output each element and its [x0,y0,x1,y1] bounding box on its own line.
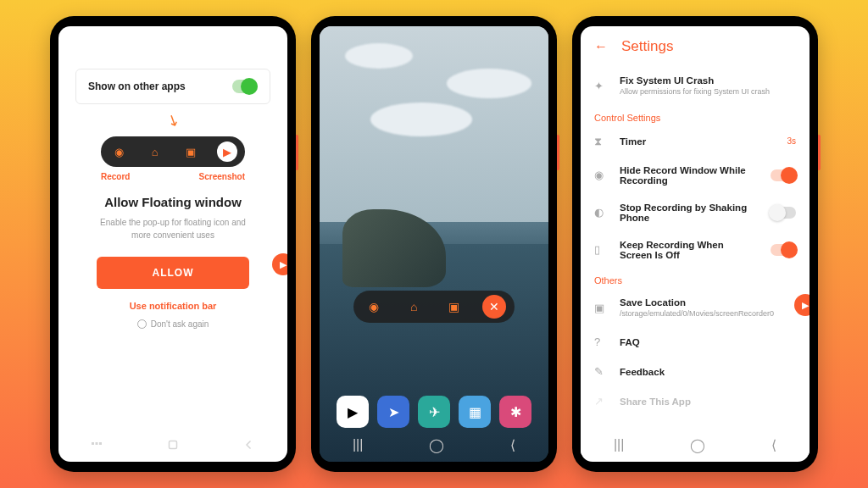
row-shake-stop[interactable]: ◐ Stop Recording by Shaking Phone [581,194,810,231]
faq-label: FAQ [620,337,796,347]
row-fix-crash[interactable]: ✦ Fix System UI Crash Allow permissions … [581,67,810,106]
settings-header: ← Settings [581,26,810,67]
pill-labels: Record Screenshot [101,172,245,181]
label-screenshot: Screenshot [199,172,245,181]
folder-icon: ▣ [594,302,608,314]
nav-home-icon[interactable] [165,437,181,452]
shake-stop-toggle[interactable] [771,207,796,219]
nav-bar [58,435,287,455]
section-control: Control Settings [581,106,810,126]
home-icon[interactable]: ⌂ [402,295,426,319]
help-icon: ? [594,336,608,348]
app-play-store[interactable]: ▶ [337,396,369,428]
page-title: Settings [621,38,673,55]
screen-1: Show on other apps ↘ ◉ ⌂ ▣ ▶ Record Scre… [58,26,287,462]
floating-recorder-bar[interactable]: ◉ ⌂ ▣ ✕ [353,291,515,323]
phone-icon: ▯ [594,243,608,256]
section-others: Others [581,269,810,289]
use-notification-link[interactable]: Use notification bar [58,301,287,311]
nav-bar: ||| ◯ ⟨ [581,435,810,455]
app-send-blue[interactable]: ➤ [377,396,409,428]
keep-recording-toggle[interactable] [771,244,796,256]
app-dock: ▶ ➤ ✈ ▦ ✱ [320,396,548,428]
hide-window-label: Hide Record Window While Recording [620,165,759,186]
nav-back-icon[interactable] [242,437,257,452]
hide-window-toggle[interactable] [771,169,796,181]
wallpaper-sky [320,26,548,222]
row-timer[interactable]: ⧗ Timer 3s [581,126,810,157]
close-icon[interactable]: ✕ [482,295,506,319]
overlay-toggle[interactable] [232,80,258,93]
app-asterisk[interactable]: ✱ [499,396,531,428]
nav-recents-icon[interactable]: ||| [614,437,624,452]
radio-icon[interactable] [137,319,147,329]
timer-icon: ⧗ [594,135,608,148]
fix-crash-title: Fix System UI Crash [620,75,796,86]
share-label: Share This App [620,396,796,407]
row-feedback[interactable]: ✎ Feedback [581,357,810,386]
nav-back-icon[interactable]: ⟨ [771,437,776,453]
svg-rect-0 [170,441,177,449]
app-send-teal[interactable]: ✈ [418,396,450,428]
dont-ask-again[interactable]: Don't ask again [58,319,287,329]
nav-home-icon[interactable]: ◯ [690,437,705,453]
screen-2: ◉ ⌂ ▣ ✕ ▶ ➤ ✈ ▦ ✱ ||| ◯ ⟨ [320,26,548,462]
row-faq[interactable]: ? FAQ [581,327,810,357]
camera-icon[interactable]: ▣ [442,295,466,319]
record-icon[interactable]: ◉ [108,141,129,162]
row-save-location[interactable]: ▣ Save Location /storage/emulated/0/Movi… [581,289,810,328]
nav-recents-icon[interactable] [89,437,104,452]
nav-recents-icon[interactable]: ||| [353,437,363,453]
nav-home-icon[interactable]: ◯ [429,437,444,453]
nav-bar: ||| ◯ ⟨ [320,437,548,453]
row-share[interactable]: ↗ Share This App [581,386,810,416]
screen-3: ← Settings ✦ Fix System UI Crash Allow p… [581,26,810,462]
allow-button[interactable]: ALLOW [97,257,249,289]
back-arrow-icon[interactable]: ← [594,39,608,54]
timer-label: Timer [620,136,775,147]
save-location-title: Save Location [620,297,796,308]
dont-ask-label: Don't ask again [151,319,209,329]
feedback-label: Feedback [620,367,796,377]
label-record: Record [101,172,130,181]
phone-frame-2: ◉ ⌂ ▣ ✕ ▶ ➤ ✈ ▦ ✱ ||| ◯ ⟨ [311,16,557,472]
wrench-icon: ✦ [594,80,608,92]
app-qr[interactable]: ▦ [459,396,491,428]
camera-icon[interactable]: ▣ [181,141,201,162]
phone-frame-3: ← Settings ✦ Fix System UI Crash Allow p… [572,16,818,472]
shake-icon: ◐ [594,206,608,219]
shake-stop-label: Stop Recording by Shaking Phone [620,202,759,223]
share-icon: ↗ [594,395,608,408]
save-location-path: /storage/emulated/0/Movies/screenRecorde… [620,309,796,319]
nav-back-icon[interactable]: ⟨ [510,437,515,453]
phone-frame-1: Show on other apps ↘ ◉ ⌂ ▣ ▶ Record Scre… [50,16,296,472]
row-hide-window[interactable]: ◉ Hide Record Window While Recording [581,157,810,194]
record-icon[interactable]: ◉ [362,295,386,319]
row-keep-recording[interactable]: ▯ Keep Recording When Screen Is Off [581,231,810,269]
dialog-heading: Allow Floating window [58,195,287,209]
keep-recording-label: Keep Recording When Screen Is Off [620,240,759,260]
side-floating-button[interactable]: ▶ [272,253,287,275]
timer-value: 3s [787,136,796,146]
home-icon[interactable]: ⌂ [145,141,165,162]
fix-crash-desc: Allow permissions for fixing System UI c… [620,87,796,97]
eye-icon: ◉ [594,169,608,181]
feedback-icon: ✎ [594,365,608,378]
dialog-subtitle: Enable the pop-up for floating icon and … [58,216,287,241]
